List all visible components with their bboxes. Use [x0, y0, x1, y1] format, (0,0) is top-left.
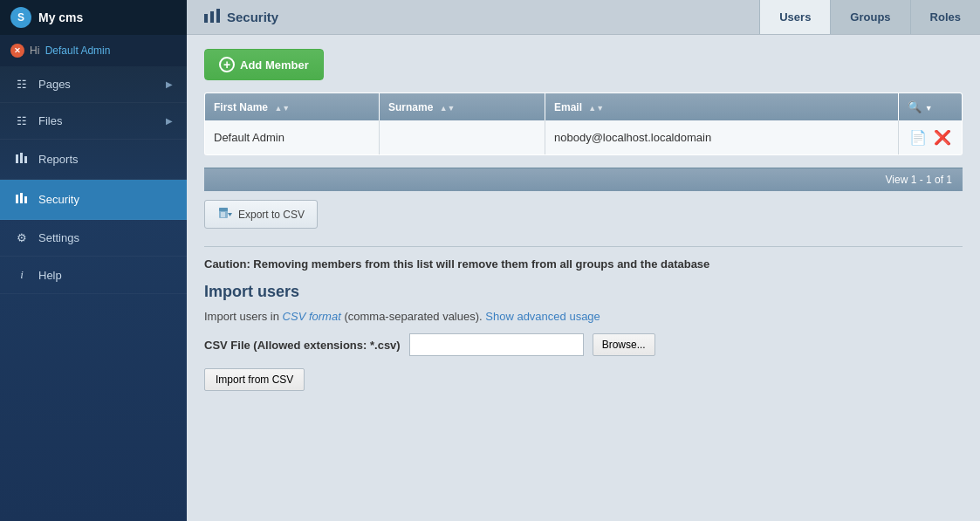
svg-rect-0: [16, 154, 18, 163]
import-section: Import users Import users in CSV format …: [204, 283, 963, 391]
table-header-row: First Name ▲▼ Surname ▲▼ Email ▲▼ 🔍 ▼: [205, 93, 963, 121]
svg-marker-11: [228, 213, 232, 216]
pages-arrow-icon: ▶: [166, 79, 173, 89]
search-icon: 🔍: [908, 100, 922, 113]
show-advanced-link[interactable]: Show advanced usage: [485, 310, 600, 323]
export-icon: [217, 206, 233, 223]
csv-file-row: CSV File (Allowed extensions: *.csv) Bro…: [204, 333, 963, 356]
sidebar-item-pages[interactable]: ☷ Pages ▶: [0, 66, 187, 103]
app-logo: S: [10, 7, 31, 28]
user-greeting: Hi Default Admin: [30, 45, 113, 57]
add-member-button[interactable]: + Add Member: [204, 49, 324, 80]
first-name-sort-icon: ▲▼: [274, 104, 290, 113]
tab-users[interactable]: Users: [759, 0, 830, 34]
delete-icon: ❌: [934, 130, 951, 145]
browse-button[interactable]: Browse...: [593, 333, 655, 356]
svg-rect-5: [24, 196, 27, 203]
sidebar-header: S My cms: [0, 0, 187, 35]
divider: [204, 246, 963, 247]
export-csv-button[interactable]: Export to CSV: [204, 200, 318, 229]
topbar: Security Users Groups Roles: [187, 0, 980, 35]
tab-roles[interactable]: Roles: [910, 0, 980, 34]
svg-rect-4: [20, 193, 23, 203]
members-table: First Name ▲▼ Surname ▲▼ Email ▲▼ 🔍 ▼: [204, 93, 963, 155]
sidebar-item-security-label: Security: [38, 193, 79, 206]
content-area: + Add Member First Name ▲▼ Surname ▲▼ Em…: [187, 35, 980, 521]
svg-rect-8: [216, 9, 220, 23]
email-sort-icon: ▲▼: [588, 104, 604, 113]
sidebar-user[interactable]: ✕ Hi Default Admin: [0, 35, 187, 66]
th-first-name[interactable]: First Name ▲▼: [205, 93, 380, 121]
settings-icon: ⚙: [14, 231, 30, 244]
tabs-area: Users Groups Roles: [759, 0, 980, 34]
surname-sort-icon: ▲▼: [440, 104, 456, 113]
sidebar-item-files-label: Files: [38, 114, 62, 127]
cell-surname: [380, 120, 545, 155]
sidebar: S My cms ✕ Hi Default Admin ☷ Pages ▶ ☷ …: [0, 0, 187, 521]
sidebar-item-reports[interactable]: Reports: [0, 140, 187, 180]
sidebar-item-settings-label: Settings: [38, 231, 79, 244]
page-title: Security: [227, 10, 278, 24]
table-row: Default Admin nobody@localhost.localdoma…: [205, 120, 963, 155]
files-icon: ☷: [14, 114, 30, 127]
sidebar-item-settings[interactable]: ⚙ Settings: [0, 220, 187, 257]
search-dropdown-icon: ▼: [925, 104, 933, 113]
cell-email: nobody@localhost.localdomain: [545, 120, 899, 155]
sidebar-item-reports-label: Reports: [38, 153, 79, 166]
th-search[interactable]: 🔍 ▼: [899, 93, 963, 121]
app-title: My cms: [38, 10, 83, 24]
svg-rect-7: [210, 11, 214, 23]
th-surname[interactable]: Surname ▲▼: [380, 93, 545, 121]
sidebar-item-help[interactable]: i Help: [0, 257, 187, 294]
import-from-csv-button[interactable]: Import from CSV: [204, 368, 305, 391]
tab-groups[interactable]: Groups: [830, 0, 909, 34]
delete-member-button[interactable]: ❌: [932, 127, 953, 147]
main-area: Security Users Groups Roles + Add Member…: [187, 0, 980, 521]
import-title: Import users: [204, 283, 963, 301]
pages-icon: ☷: [14, 78, 30, 91]
csv-format-text: CSV format: [283, 310, 341, 323]
svg-rect-3: [16, 195, 18, 203]
caution-text: Caution: Removing members from this list…: [204, 257, 963, 271]
svg-rect-6: [204, 14, 208, 23]
svg-rect-10: [219, 208, 228, 211]
cell-actions: 📄 ❌: [899, 120, 963, 155]
sidebar-item-files[interactable]: ☷ Files ▶: [0, 103, 187, 140]
plus-circle-icon: +: [219, 57, 235, 72]
sidebar-item-help-label: Help: [38, 269, 62, 282]
sidebar-item-pages-label: Pages: [38, 78, 71, 91]
page-title-area: Security: [187, 0, 759, 34]
edit-member-button[interactable]: 📄: [908, 127, 929, 147]
files-arrow-icon: ▶: [166, 116, 173, 126]
svg-rect-1: [20, 153, 23, 163]
help-icon: i: [14, 268, 30, 282]
import-description: Import users in CSV format (comma-separa…: [204, 310, 963, 323]
user-power-icon: ✕: [10, 44, 24, 58]
reports-icon: [14, 151, 30, 168]
csv-file-input[interactable]: [409, 333, 584, 356]
table-footer: View 1 - 1 of 1: [204, 168, 963, 191]
th-email[interactable]: Email ▲▼: [545, 93, 899, 121]
sidebar-item-security[interactable]: Security: [0, 180, 187, 220]
cell-first-name: Default Admin: [205, 120, 380, 155]
security-icon: [14, 191, 30, 208]
security-bars-icon: [204, 9, 220, 25]
svg-rect-2: [24, 156, 27, 163]
csv-file-label: CSV File (Allowed extensions: *.csv): [204, 339, 401, 352]
edit-icon: 📄: [909, 130, 927, 145]
